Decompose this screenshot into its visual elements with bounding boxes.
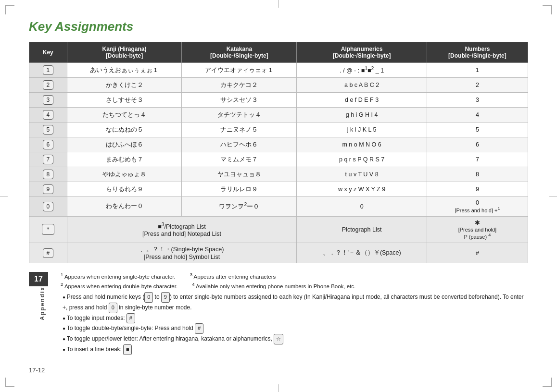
numbers-6: 6	[427, 137, 528, 152]
key-1: 1	[29, 63, 67, 78]
alpha-star: Pictograph List	[297, 216, 427, 243]
table-row: 0 わをんわー０ ワヲンヲ2ー０ 0 0[Press and hold] +1	[29, 197, 528, 217]
key-star: ＊	[29, 216, 67, 243]
key-inline-hash1: #	[127, 313, 135, 324]
numbers-9: 9	[427, 182, 528, 197]
key-badge-4: 4	[43, 110, 53, 120]
table-row: 7 まみむめも７ マミムメモ７ p q r s P Q R S 7 7	[29, 152, 528, 167]
table-row-hash: # 、。？！・(Single-byte Space) [Press and ho…	[29, 243, 528, 263]
footnote-4: 4 Available only when entering phone num…	[192, 282, 355, 289]
corner-mark-tl	[5, 5, 14, 14]
col-header-alpha: Alphanumerics[Double-/Single-byte]	[297, 42, 427, 63]
numbers-2: 2	[427, 78, 528, 93]
key-6: 6	[29, 137, 67, 152]
alpha-0: 0	[297, 197, 427, 217]
katakana-6: ハヒフヘホ６	[182, 137, 297, 152]
key-badge-star: ＊	[42, 224, 54, 235]
katakana-9: ラリルレロ９	[182, 182, 297, 197]
table-row: 8 やゆよゃゅょ８ ヤユヨャュョ８ t u v T U V 8 8	[29, 167, 528, 182]
notes-section: 17 Appendix 1 Appears when entering sing…	[29, 272, 528, 355]
key-8: 8	[29, 167, 67, 182]
table-row: 2 かきくけこ２ カキクケコ２ a b c A B C 2 2	[29, 78, 528, 93]
table-row-star: ＊ ■3/Pictograph List [Press and hold] No…	[29, 216, 528, 243]
chapter-badge: 17	[29, 272, 48, 286]
numbers-5: 5	[427, 122, 528, 137]
bullet-list: Press and hold numeric keys (0 to 9) to …	[61, 292, 528, 355]
table-row: 4 たちつてとっ４ タチツテトッ４ g h i G H I 4 4	[29, 108, 528, 122]
numbers-8: 8	[427, 167, 528, 182]
kanji-0: わをんわー０	[67, 197, 182, 217]
appendix-label: Appendix	[39, 286, 46, 320]
alpha-9: w x y z W X Y Z 9	[297, 182, 427, 197]
key-4: 4	[29, 108, 67, 122]
key-badge-5: 5	[43, 125, 53, 135]
kanji-star: ■3/Pictograph List [Press and hold] Note…	[67, 216, 297, 243]
alpha-7: p q r s P Q R S 7	[297, 152, 427, 167]
corner-mark-bl	[5, 378, 14, 387]
numbers-hash: #	[427, 243, 528, 263]
bullet-item-4: To toggle upper/lower letter: After ente…	[63, 334, 528, 344]
bullet-item-1: Press and hold numeric keys (0 to 9) to …	[63, 292, 528, 313]
notes-content: 1 Appears when entering single-byte char…	[61, 272, 528, 355]
alpha-5: j k l J K L 5	[297, 122, 427, 137]
numbers-7: 7	[427, 152, 528, 167]
table-row: 9 らりるれろ９ ラリルレロ９ w x y z W X Y Z 9 9	[29, 182, 528, 197]
key-assignments-table: Key Kanji (Hiragana)[Double-byte] Kataka…	[29, 42, 528, 263]
key-badge-hash: #	[43, 248, 53, 258]
alpha-3: d e f D E F 3	[297, 93, 427, 108]
table-row: 6 はひふへほ６ ハヒフヘホ６ m n o M N O 6 6	[29, 137, 528, 152]
kanji-2: かきくけこ２	[67, 78, 182, 93]
katakana-7: マミムメモ７	[182, 152, 297, 167]
key-9: 9	[29, 182, 67, 197]
kanji-8: やゆよゃゅょ８	[67, 167, 182, 182]
footnote-3: 3 Appears after entering characters	[190, 272, 276, 280]
footnotes-top: 1 Appears when entering single-byte char…	[61, 272, 528, 280]
kanji-7: まみむめも７	[67, 152, 182, 167]
bullet-item-3: To toggle double-byte/single-byte: Press…	[63, 323, 528, 334]
katakana-4: タチツテトッ４	[182, 108, 297, 122]
alpha-6: m n o M N O 6	[297, 137, 427, 152]
col-header-katakana: Katakana[Double-/Single-byte]	[182, 42, 297, 63]
table-row: 1 あいうえおぁぃぅぇぉ１ アイウエオァィゥェォ１ . / @ - : ■1■2…	[29, 63, 528, 78]
key-badge-7: 7	[43, 155, 53, 164]
col-header-key: Key	[29, 42, 67, 63]
katakana-3: サシスセソ３	[182, 93, 297, 108]
kanji-4: たちつてとっ４	[67, 108, 182, 122]
page-number: 17-12	[29, 367, 45, 374]
key-inline-break: ■	[123, 344, 132, 355]
key-badge-8: 8	[43, 170, 53, 179]
katakana-0: ワヲンヲ2ー０	[182, 197, 297, 217]
key-badge-0: 0	[43, 202, 53, 211]
key-badge-1: 1	[43, 65, 53, 75]
key-0: 0	[29, 197, 67, 217]
tick-right	[549, 196, 557, 196]
key-2: 2	[29, 78, 67, 93]
key-hash: #	[29, 243, 67, 263]
tick-top	[278, 0, 279, 8]
key-inline-hash2: #	[195, 323, 203, 334]
numbers-0: 0[Press and hold] +1	[427, 197, 528, 217]
numbers-3: 3	[427, 93, 528, 108]
tick-bottom	[278, 384, 279, 392]
bullet-item-2: To toggle input modes: #	[63, 313, 528, 324]
katakana-5: ナニヌネノ５	[182, 122, 297, 137]
key-7: 7	[29, 152, 67, 167]
kanji-3: さしすせそ３	[67, 93, 182, 108]
alpha-1: . / @ - : ■1■2 _ 1	[297, 63, 427, 78]
kanji-9: らりるれろ９	[67, 182, 182, 197]
corner-mark-tr	[543, 5, 552, 14]
key-badge-9: 9	[43, 184, 53, 194]
key-badge-6: 6	[43, 140, 53, 149]
key-inline-0: 0	[144, 292, 153, 303]
footnotes-bottom: 2 Appears when entering double-byte char…	[61, 282, 528, 289]
bullet-item-5: To insert a line break: ■	[63, 344, 528, 355]
key-inline-0b: 0	[109, 303, 117, 313]
alpha-4: g h i G H I 4	[297, 108, 427, 122]
table-row: 5 なにぬねの５ ナニヌネノ５ j k l J K L 5 5	[29, 122, 528, 137]
alpha-8: t u v T U V 8	[297, 167, 427, 182]
kanji-1: あいうえおぁぃぅぇぉ１	[67, 63, 182, 78]
katakana-2: カキクケコ２	[182, 78, 297, 93]
chapter-number: 17	[34, 275, 43, 283]
key-3: 3	[29, 93, 67, 108]
numbers-4: 4	[427, 108, 528, 122]
